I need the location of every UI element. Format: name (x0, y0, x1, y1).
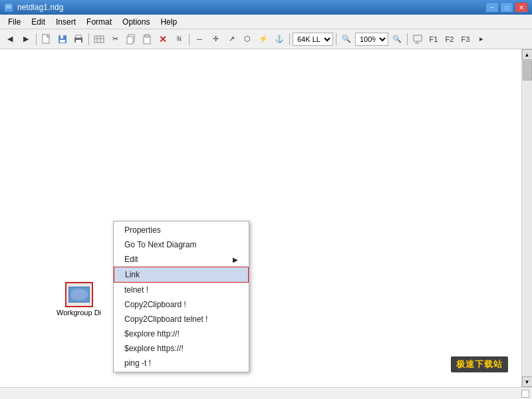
svg-rect-15 (127, 37, 133, 44)
toolbar: ◀ ▶ ✂ ✕ ¾ ─ ✛ ↗ ⬡ ⚡ ⚓ 64K LL 🔍 100% 🔍 F1… (0, 29, 532, 49)
tb-zoom-in[interactable]: 🔍 (390, 32, 404, 47)
menu-file[interactable]: File (3, 16, 26, 28)
tb-f3[interactable]: F3 (458, 32, 473, 47)
tb-zoom-select[interactable]: 64K LL (293, 33, 333, 46)
svg-rect-5 (61, 35, 63, 39)
right-scrollbar: ▲ ▼ (521, 49, 532, 387)
tb-sep3 (189, 33, 190, 45)
tb-find[interactable]: 🔍 (339, 32, 354, 47)
menu-edit[interactable]: Edit (26, 16, 51, 28)
ctx-ping[interactable]: ping -t ! (114, 356, 249, 370)
tb-arrow[interactable]: ↗ (224, 32, 239, 47)
tb-delete[interactable]: ✕ (156, 32, 170, 47)
menu-bar: File Edit Insert Format Options Help (0, 15, 532, 29)
status-right (521, 390, 529, 398)
app-icon (4, 3, 13, 12)
device-screen-inner (70, 289, 88, 301)
scroll-track[interactable] (522, 60, 533, 376)
tb-copy[interactable] (124, 32, 138, 47)
tb-anchor[interactable]: ⚓ (272, 32, 287, 47)
title-bar-left: netdiag1.ndg (4, 3, 63, 12)
scroll-up-button[interactable]: ▲ (522, 49, 533, 60)
device-image (65, 282, 93, 307)
ctx-explore-http[interactable]: $explore http://! (114, 327, 249, 341)
menu-options[interactable]: Options (117, 16, 155, 28)
tb-shape[interactable]: ⬡ (240, 32, 255, 47)
context-menu: Properties Go To Next Diagram Edit ▶ Lin… (113, 221, 249, 372)
ctx-properties[interactable]: Properties (114, 223, 249, 237)
svg-rect-10 (94, 36, 104, 43)
tb-plug[interactable]: ⚡ (256, 32, 271, 47)
tb-back[interactable]: ◀ (3, 32, 17, 47)
ctx-edit-arrow: ▶ (233, 256, 238, 263)
ctx-telnet[interactable]: telnet ! (114, 283, 249, 297)
scroll-thumb[interactable] (523, 61, 532, 80)
ctx-explore-https[interactable]: $explore https://! (114, 341, 249, 356)
title-controls: − □ ✕ (485, 2, 528, 13)
tb-sep2 (88, 33, 89, 45)
scroll-down-button[interactable]: ▼ (522, 376, 533, 387)
tb-f2[interactable]: F2 (442, 32, 457, 47)
ctx-link[interactable]: Link (114, 267, 249, 283)
tb-forward[interactable]: ▶ (19, 32, 33, 47)
tb-sep4 (289, 33, 290, 45)
tb-save[interactable] (55, 32, 70, 47)
menu-format[interactable]: Format (81, 16, 117, 28)
tb-crosshair[interactable]: ✛ (208, 32, 223, 47)
menu-help[interactable]: Help (155, 16, 182, 28)
tb-hrule[interactable]: ─ (192, 32, 207, 47)
window-title: netdiag1.ndg (17, 3, 63, 12)
device-label: Workgroup Di (57, 309, 101, 317)
ctx-edit[interactable]: Edit ▶ (114, 252, 249, 267)
ctx-copy2clipboard-telnet[interactable]: Copy2Clipboard telnet ! (114, 312, 249, 327)
tb-new[interactable] (39, 32, 54, 47)
tb-zoom-percent[interactable]: 100% (355, 33, 388, 46)
svg-rect-9 (76, 40, 81, 43)
main-area: Workgroup Di Properties Go To Next Diagr… (0, 49, 532, 387)
svg-rect-8 (76, 35, 81, 38)
ctx-copy2clipboard[interactable]: Copy2Clipboard ! (114, 297, 249, 312)
minimize-button[interactable]: − (485, 2, 499, 13)
ctx-go-to-next[interactable]: Go To Next Diagram (114, 237, 249, 252)
svg-rect-6 (60, 40, 65, 43)
status-bar (0, 387, 532, 399)
tb-monitor[interactable] (410, 32, 425, 47)
tb-fraction[interactable]: ¾ (172, 32, 186, 47)
tb-sep1 (36, 33, 37, 45)
svg-rect-1 (6, 5, 11, 9)
svg-rect-17 (145, 35, 149, 37)
status-checkbox[interactable] (521, 390, 529, 398)
tb-more[interactable]: ▸ (474, 32, 489, 47)
tb-print[interactable] (71, 32, 86, 47)
workgroup-device[interactable]: Workgroup Di (57, 282, 101, 317)
canvas-area[interactable]: Workgroup Di Properties Go To Next Diagr… (0, 49, 521, 387)
close-button[interactable]: ✕ (515, 2, 528, 13)
title-bar: netdiag1.ndg − □ ✕ (0, 0, 532, 15)
menu-insert[interactable]: Insert (51, 16, 81, 28)
tb-table[interactable] (92, 32, 106, 47)
tb-sep6 (407, 33, 408, 45)
svg-rect-18 (414, 35, 422, 41)
tb-cut[interactable]: ✂ (108, 32, 122, 47)
maximize-button[interactable]: □ (500, 2, 513, 13)
device-screen (68, 287, 90, 303)
watermark: 极速下载站 (451, 356, 508, 372)
tb-sep5 (336, 33, 336, 45)
tb-paste[interactable] (140, 32, 154, 47)
tb-f1[interactable]: F1 (426, 32, 441, 47)
svg-rect-2 (7, 9, 10, 10)
